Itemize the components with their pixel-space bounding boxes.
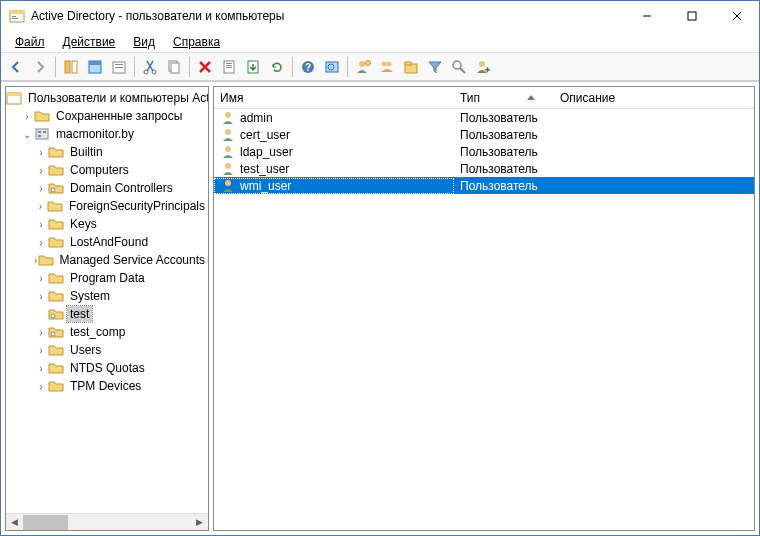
new-group-button[interactable] xyxy=(376,56,398,78)
tree-system[interactable]: ›System xyxy=(6,287,208,305)
list-item-wmi-user[interactable]: wmi_user Пользователь xyxy=(214,177,754,194)
copy-button[interactable] xyxy=(163,56,185,78)
minimize-button[interactable] xyxy=(624,1,669,31)
tree-test[interactable]: test xyxy=(6,305,208,323)
folder-icon xyxy=(34,108,50,124)
expand-icon[interactable]: › xyxy=(34,363,48,374)
tree-lostfound[interactable]: ›LostAndFound xyxy=(6,233,208,251)
nav-back-button[interactable] xyxy=(5,56,27,78)
scroll-thumb[interactable] xyxy=(23,515,68,530)
expand-icon[interactable]: › xyxy=(20,111,34,122)
svg-rect-9 xyxy=(72,61,77,73)
tree-users[interactable]: ›Users xyxy=(6,341,208,359)
tree-domain[interactable]: ⌄ macmonitor.by xyxy=(6,125,208,143)
svg-rect-8 xyxy=(65,61,70,73)
scroll-right-button[interactable]: ▶ xyxy=(191,514,208,531)
nav-forward-button[interactable] xyxy=(29,56,51,78)
list-item-type: Пользователь xyxy=(454,179,554,193)
menu-view[interactable]: Вид xyxy=(125,33,163,51)
expand-icon[interactable]: › xyxy=(34,381,48,392)
tree-label: ForeignSecurityPrincipals xyxy=(66,198,208,214)
menu-action[interactable]: Действие xyxy=(55,33,124,51)
menubar: Файл Действие Вид Справка xyxy=(1,31,759,53)
column-name[interactable]: Имя xyxy=(214,87,454,108)
list-header: Имя Тип Описание xyxy=(214,87,754,109)
collapse-icon[interactable]: ⌄ xyxy=(20,129,34,140)
tree-keys[interactable]: ›Keys xyxy=(6,215,208,233)
expand-icon[interactable]: › xyxy=(34,165,48,176)
tree-computers[interactable]: ›Computers xyxy=(6,161,208,179)
delete-view-button[interactable] xyxy=(108,56,130,78)
expand-icon[interactable]: › xyxy=(34,147,48,158)
export-button[interactable] xyxy=(242,56,264,78)
properties-sheet-button[interactable] xyxy=(218,56,240,78)
properties-button[interactable] xyxy=(84,56,106,78)
tree-saved-queries[interactable]: › Сохраненные запросы xyxy=(6,107,208,125)
expand-icon[interactable]: › xyxy=(34,201,47,212)
horizontal-scrollbar[interactable]: ◀ ▶ xyxy=(6,513,208,530)
close-button[interactable] xyxy=(714,1,759,31)
svg-rect-2 xyxy=(12,16,16,17)
tree-domain-controllers[interactable]: ›Domain Controllers xyxy=(6,179,208,197)
filter-button[interactable] xyxy=(424,56,446,78)
expand-icon[interactable]: › xyxy=(34,183,48,194)
tree-test-comp[interactable]: ›test_comp xyxy=(6,323,208,341)
menu-file[interactable]: Файл xyxy=(7,33,53,51)
scroll-left-button[interactable]: ◀ xyxy=(6,514,23,531)
menu-help[interactable]: Справка xyxy=(165,33,228,51)
help-button[interactable]: ? xyxy=(297,56,319,78)
svg-point-34 xyxy=(453,61,461,69)
tree-view[interactable]: Пользователи и компьютеры Active Directo… xyxy=(6,87,208,513)
expand-icon[interactable]: › xyxy=(34,345,48,356)
folder-icon xyxy=(48,216,64,232)
list-item-admin[interactable]: admin Пользователь xyxy=(214,109,754,126)
tree-ntds-quotas[interactable]: ›NTDS Quotas xyxy=(6,359,208,377)
tree-tpm-devices[interactable]: ›TPM Devices xyxy=(6,377,208,395)
delete-button[interactable] xyxy=(194,56,216,78)
expand-icon[interactable]: › xyxy=(34,237,48,248)
tree-label: System xyxy=(67,288,113,304)
tree-fsp[interactable]: ›ForeignSecurityPrincipals xyxy=(6,197,208,215)
list-item-test-user[interactable]: test_user Пользователь xyxy=(214,160,754,177)
expand-icon[interactable]: › xyxy=(34,327,48,338)
toolbar-separator xyxy=(134,57,135,77)
list-item-cert-user[interactable]: cert_user Пользователь xyxy=(214,126,754,143)
add-to-group-button[interactable] xyxy=(472,56,494,78)
folder-icon xyxy=(38,252,54,268)
expand-icon[interactable]: › xyxy=(34,219,48,230)
tree-program-data[interactable]: ›Program Data xyxy=(6,269,208,287)
column-description[interactable]: Описание xyxy=(554,87,754,108)
list-item-ldap-user[interactable]: ldap_user Пользователь xyxy=(214,143,754,160)
find-button[interactable] xyxy=(321,56,343,78)
expand-icon[interactable]: › xyxy=(34,291,48,302)
show-hide-tree-button[interactable] xyxy=(60,56,82,78)
cut-button[interactable] xyxy=(139,56,161,78)
user-icon xyxy=(220,178,236,194)
svg-line-35 xyxy=(460,68,465,73)
refresh-button[interactable] xyxy=(266,56,288,78)
ad-root-icon xyxy=(6,90,22,106)
tree-label: Сохраненные запросы xyxy=(53,108,185,124)
window-controls xyxy=(624,1,759,31)
tree-label: Builtin xyxy=(67,144,106,160)
tree-label: TPM Devices xyxy=(67,378,144,394)
tree-msa[interactable]: ›Managed Service Accounts xyxy=(6,251,208,269)
expand-icon[interactable]: › xyxy=(34,273,48,284)
column-type[interactable]: Тип xyxy=(454,87,554,108)
svg-rect-22 xyxy=(226,67,232,68)
find-objects-button[interactable] xyxy=(448,56,470,78)
folder-icon xyxy=(48,144,64,160)
ou-icon xyxy=(48,324,64,340)
svg-rect-21 xyxy=(226,65,232,66)
user-icon xyxy=(220,144,236,160)
tree-label: Domain Controllers xyxy=(67,180,176,196)
user-icon xyxy=(220,110,236,126)
new-ou-button[interactable] xyxy=(400,56,422,78)
tree-root[interactable]: Пользователи и компьютеры Active Directo… xyxy=(6,89,208,107)
new-user-button[interactable] xyxy=(352,56,374,78)
tree-pane: Пользователи и компьютеры Active Directo… xyxy=(5,86,209,531)
scroll-track[interactable] xyxy=(23,514,191,531)
tree-builtin[interactable]: ›Builtin xyxy=(6,143,208,161)
maximize-button[interactable] xyxy=(669,1,714,31)
list-body[interactable]: admin Пользователь cert_user Пользовател… xyxy=(214,109,754,530)
